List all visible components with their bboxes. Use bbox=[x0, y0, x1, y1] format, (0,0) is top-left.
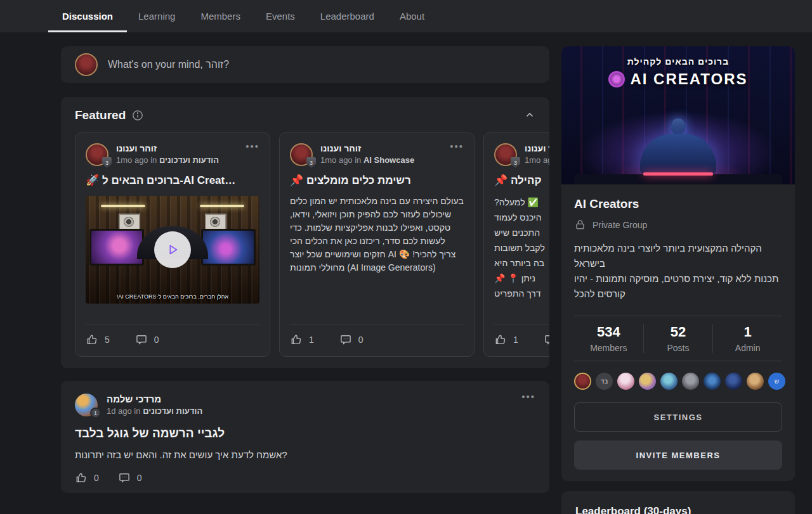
post-body: בעולם היצירה עם בינה מלאכותית יש המון כל… bbox=[290, 195, 464, 274]
body-line: היכנס לעמוד bbox=[494, 210, 549, 225]
tab-about[interactable]: About bbox=[398, 0, 426, 32]
stat-value: 534 bbox=[574, 324, 643, 340]
space-name[interactable]: הודעות ועדכונים bbox=[143, 406, 202, 416]
level-badge: 3 bbox=[102, 157, 112, 168]
leaderboard-title: Leaderboard (30-days) bbox=[575, 505, 781, 514]
post-title[interactable]: לגביי הרשמה של גוגל בלבד bbox=[75, 427, 535, 440]
group-cover-image: ברוכים הבאים לקהילת AI CREATORS bbox=[561, 46, 795, 184]
like-button[interactable]: 1 bbox=[494, 333, 518, 346]
comment-button[interactable]: 0 bbox=[118, 472, 142, 484]
composer-prompt[interactable]: What's on your mind, זוהר? bbox=[108, 59, 229, 70]
kebab-menu-icon[interactable]: ••• bbox=[246, 143, 259, 150]
banner-figure bbox=[640, 119, 716, 174]
info-icon[interactable] bbox=[132, 110, 143, 121]
community-top-nav: Discussion Learning Members Events Leade… bbox=[0, 0, 812, 32]
group-privacy-label: Private Group bbox=[593, 220, 647, 230]
studio-light bbox=[200, 205, 244, 207]
group-description: הקהילה המקצועית ביותר ליוצרי בינה מלאכות… bbox=[574, 241, 782, 302]
invite-members-button[interactable]: INVITE MEMBERS bbox=[574, 440, 782, 470]
banner-keyboard-glow bbox=[643, 172, 713, 176]
featured-card-welcome[interactable]: 3 זוהר וענונו 1mo ago in הודעות ועדכונים… bbox=[75, 132, 270, 357]
author-name[interactable]: זוהר וענונו bbox=[525, 143, 549, 153]
video-thumbnail[interactable]: אהלן חברים, ברוכים הבאים ל-AI CREATORS! bbox=[86, 196, 259, 304]
avatar[interactable]: 1 bbox=[75, 394, 98, 416]
member-avatar[interactable]: ש bbox=[768, 373, 785, 390]
post-title[interactable]: 🚀 ברוכים הבאים ל-AI Creat… bbox=[86, 174, 259, 187]
stat-label: Members bbox=[574, 343, 643, 353]
post-title[interactable]: 📌 רשימת כלים מומלצים bbox=[290, 174, 464, 187]
author-name[interactable]: זוהר וענונו bbox=[320, 143, 442, 153]
brain-logo-icon bbox=[608, 71, 625, 87]
avatar[interactable]: 3 bbox=[86, 143, 108, 166]
tab-members[interactable]: Members bbox=[199, 0, 242, 32]
comment-icon bbox=[135, 333, 148, 346]
stat-posts[interactable]: 52 Posts bbox=[643, 324, 713, 353]
chevron-up-icon[interactable] bbox=[524, 110, 535, 121]
comment-button[interactable]: 0 bbox=[135, 333, 159, 346]
author-name[interactable]: זוהר וענונו bbox=[116, 143, 238, 153]
level-badge: 3 bbox=[306, 157, 316, 168]
level-badge: 1 bbox=[90, 408, 101, 418]
group-name: AI Creators bbox=[574, 197, 782, 211]
kebab-menu-icon[interactable]: ••• bbox=[521, 394, 535, 400]
tab-learning[interactable]: Learning bbox=[137, 0, 176, 32]
comment-icon bbox=[544, 333, 549, 346]
member-avatar[interactable] bbox=[725, 373, 742, 390]
tab-leaderboard[interactable]: Leaderboard bbox=[319, 0, 376, 32]
banner-brand-text: AI CREATORS bbox=[630, 70, 747, 88]
member-avatar[interactable] bbox=[574, 373, 591, 390]
member-avatar[interactable] bbox=[639, 373, 656, 390]
post-composer[interactable]: What's on your mind, זוהר? bbox=[61, 46, 549, 83]
description-line: תכנות ללא קוד, יצירת סרטים, מוסיקה ותמונ… bbox=[574, 271, 782, 302]
featured-title: Featured bbox=[75, 108, 126, 122]
stat-members[interactable]: 534 Members bbox=[574, 324, 643, 353]
settings-button[interactable]: SETTINGS bbox=[574, 402, 782, 432]
tab-events[interactable]: Events bbox=[265, 0, 296, 32]
body-line: לקבל תשובות bbox=[494, 240, 549, 255]
feed-column: What's on your mind, זוהר? Featured bbox=[61, 46, 549, 514]
video-caption: אהלן חברים, ברוכים הבאים ל-AI CREATORS! bbox=[86, 293, 259, 300]
member-avatars-row: בד ש bbox=[574, 373, 782, 390]
stat-label: Posts bbox=[644, 343, 713, 353]
comment-icon bbox=[339, 333, 352, 346]
member-avatar[interactable] bbox=[682, 373, 699, 390]
post-body: ✅ למעלה? היכנס לעמוד התכנים שיש לקבל תשו… bbox=[494, 195, 549, 301]
tab-discussion[interactable]: Discussion bbox=[61, 0, 114, 32]
member-avatar[interactable] bbox=[704, 373, 721, 390]
like-count: 1 bbox=[513, 335, 518, 345]
avatar[interactable]: 3 bbox=[290, 143, 313, 166]
like-count: 1 bbox=[309, 335, 314, 345]
featured-card-community[interactable]: 3 זוהר וענונו 1mo ago in ••• 📌 קהילה bbox=[483, 132, 549, 357]
like-button[interactable]: 0 bbox=[75, 472, 99, 484]
featured-section: Featured 3 bbox=[61, 97, 549, 368]
avatar[interactable]: 3 bbox=[494, 143, 517, 166]
like-button[interactable]: 1 bbox=[290, 333, 314, 346]
featured-cards-row: 3 זוהר וענונו 1mo ago in הודעות ועדכונים… bbox=[75, 132, 549, 357]
like-count: 0 bbox=[94, 473, 99, 483]
group-stats: 534 Members 52 Posts 1 Admin bbox=[574, 316, 782, 361]
member-avatar[interactable]: בד bbox=[596, 373, 613, 390]
kebab-menu-icon[interactable]: ••• bbox=[450, 143, 464, 150]
body-line: התכנים שיש bbox=[494, 225, 549, 240]
current-user-avatar[interactable] bbox=[75, 53, 98, 76]
space-name[interactable]: AI Showcase bbox=[363, 155, 414, 165]
timestamp: 1mo ago in bbox=[525, 155, 549, 165]
feed-post[interactable]: 1 מרדכי שלמה 1d ago in הודעות ועדכונים •… bbox=[61, 381, 549, 493]
stat-admins[interactable]: 1 Admin bbox=[712, 324, 782, 353]
featured-card-tools[interactable]: 3 זוהר וענונו 1mo ago in AI Showcase •••… bbox=[279, 132, 475, 357]
member-avatar[interactable] bbox=[747, 373, 764, 390]
thumbs-up-icon bbox=[290, 333, 303, 346]
like-button[interactable]: 5 bbox=[86, 333, 110, 346]
comment-count: 0 bbox=[137, 473, 142, 483]
author-name[interactable]: מרדכי שלמה bbox=[107, 394, 513, 404]
space-name[interactable]: הודעות ועדכונים bbox=[159, 155, 219, 165]
play-button-icon[interactable] bbox=[154, 231, 191, 268]
comment-button[interactable]: 0 bbox=[544, 333, 549, 346]
member-avatar[interactable] bbox=[617, 373, 634, 390]
post-title[interactable]: 📌 קהילה bbox=[494, 174, 549, 187]
comment-button[interactable]: 0 bbox=[339, 333, 363, 346]
post-meta: 1d ago in הודעות ועדכונים bbox=[107, 406, 513, 416]
member-avatar[interactable] bbox=[660, 373, 678, 390]
banner-desk bbox=[574, 174, 782, 184]
leaderboard-card: Leaderboard (30-days) bbox=[561, 491, 795, 514]
